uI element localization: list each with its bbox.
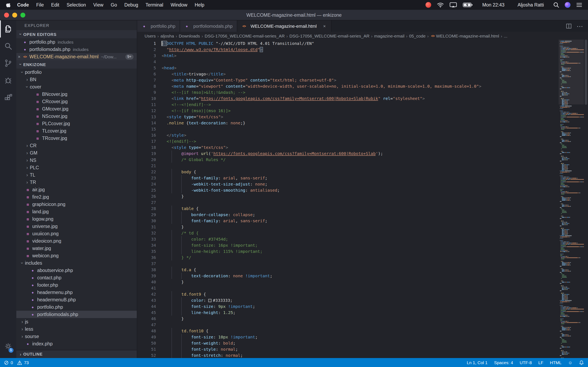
apple-menu-icon[interactable]: [6, 2, 11, 8]
tree-folder-js[interactable]: ›js: [16, 318, 137, 325]
editor-tab[interactable]: <>WELCOME-magazine-email.html×: [237, 20, 331, 32]
tree-file-headermenu.php[interactable]: ›◆headermenu.php: [16, 289, 137, 296]
tree-file-TLcover.jpg[interactable]: ›▨TLcover.jpg: [16, 127, 137, 134]
tree-file-footer.php[interactable]: ›◆footer.php: [16, 281, 137, 289]
code-editor[interactable]: 1<!DOCTYPE HTML PUBLIC "-//W3C//DTD HTML…: [137, 40, 588, 358]
tree-folder-cover[interactable]: ›cover: [16, 83, 137, 91]
breadcrumb-item[interactable]: Downloads: [179, 33, 200, 38]
open-editor-item[interactable]: ×<>WELCOME-magazine-email.html~/Dow...9+: [16, 53, 137, 60]
tree-file-NScover.jpg[interactable]: ›▨NScover.jpg: [16, 113, 137, 120]
notifications-bell-icon[interactable]: [579, 360, 584, 365]
siri-icon[interactable]: [565, 2, 571, 8]
tree-file-webicon.png[interactable]: ›▨webicon.png: [16, 252, 137, 259]
breadcrumb-item[interactable]: 05_code: [409, 33, 426, 38]
tree-file-videoicon.png[interactable]: ›▨videoicon.png: [16, 237, 137, 245]
tree-folder-PLC[interactable]: ›PLC: [16, 164, 137, 171]
tree-file-CRcover.jpg[interactable]: ›▨CRcover.jpg: [16, 98, 137, 105]
menu-item-selection[interactable]: Selection: [63, 2, 90, 7]
open-editor-item[interactable]: ◆portfoliomodals.phpincludes: [16, 46, 137, 53]
scrollbar-thumb[interactable]: [585, 40, 587, 105]
settings-gear-icon[interactable]: 1: [0, 338, 16, 355]
breadcrumb-item[interactable]: magazine-email: [374, 33, 405, 38]
tree-file-water.jpg[interactable]: ›▨water.jpg: [16, 245, 137, 252]
tree-file-GMcover.jpg[interactable]: ›▨GMcover.jpg: [16, 105, 137, 113]
menu-clock[interactable]: Mon 22:43: [479, 2, 508, 7]
tree-file-logow.png[interactable]: ›▨logow.png: [16, 215, 137, 223]
minimap-viewport[interactable]: [559, 40, 584, 104]
menu-item-debug[interactable]: Debug: [121, 2, 142, 7]
tree-folder-TR[interactable]: ›TR: [16, 179, 137, 186]
battery-charging-icon[interactable]: [463, 2, 473, 7]
close-window-button[interactable]: [4, 12, 9, 17]
tree-folder-less[interactable]: ›less: [16, 325, 137, 333]
menu-item-help[interactable]: Help: [191, 2, 208, 7]
tree-file-universe.jpg[interactable]: ›▨universe.jpg: [16, 223, 137, 230]
tree-file-portfolio.php[interactable]: ›◆portfolio.php: [16, 303, 137, 311]
tree-file-headermenuB.php[interactable]: ›◆headermenuB.php: [16, 296, 137, 303]
tree-folder-GM[interactable]: ›GM: [16, 149, 137, 157]
minimize-window-button[interactable]: [12, 12, 17, 17]
tree-folder-BN[interactable]: ›BN: [16, 76, 137, 83]
breadcrumb-item[interactable]: Users: [145, 33, 156, 38]
menu-user-name[interactable]: Aljosha Ratti: [514, 2, 548, 7]
tree-folder-portfolio[interactable]: ›portfolio: [16, 68, 137, 76]
outline-header[interactable]: › OUTLINE: [16, 350, 137, 358]
tree-folder-TL[interactable]: ›TL: [16, 171, 137, 179]
tree-file-index.php[interactable]: ›◆index.php: [16, 340, 137, 347]
debug-icon[interactable]: [0, 72, 16, 89]
search-icon[interactable]: [0, 38, 16, 55]
problems-warnings[interactable]: 73: [17, 360, 29, 365]
problems-errors[interactable]: 0: [4, 360, 13, 365]
tree-folder-sourse[interactable]: ›sourse: [16, 333, 137, 340]
tree-file-graphicicon.png[interactable]: ›▨graphicicon.png: [16, 201, 137, 208]
tree-file-BNcover.jpg[interactable]: ›▨BNcover.jpg: [16, 91, 137, 98]
menu-item-file[interactable]: File: [33, 2, 48, 7]
open-editors-header[interactable]: › OPEN EDITORS: [16, 30, 137, 38]
menu-item-terminal[interactable]: Terminal: [142, 2, 167, 7]
tree-file-uxuiicon.png[interactable]: ›▨uxuiicon.png: [16, 230, 137, 237]
explorer-icon[interactable]: [0, 20, 16, 38]
menu-item-view[interactable]: View: [90, 2, 107, 7]
indentation[interactable]: Spaces: 4: [494, 360, 513, 365]
tree-folder-includes[interactable]: ›includes: [16, 259, 137, 267]
tree-file-contact.php[interactable]: ›◆contact.php: [16, 274, 137, 281]
menu-item-edit[interactable]: Edit: [48, 2, 63, 7]
close-tab-icon[interactable]: ×: [322, 24, 327, 29]
tree-file-portfoliomodals.php[interactable]: ›◆portfoliomodals.php: [16, 311, 137, 318]
eol-sequence[interactable]: LF: [538, 360, 544, 365]
red-app-icon[interactable]: [425, 2, 431, 8]
breadcrumb-more[interactable]: ...: [504, 33, 508, 38]
menu-item-go[interactable]: Go: [107, 2, 121, 7]
extensions-icon[interactable]: [0, 89, 16, 106]
wifi-icon[interactable]: [437, 2, 444, 8]
tree-file-fire2.jpg[interactable]: ›▨fire2.jpg: [16, 193, 137, 201]
feedback-smiley-icon[interactable]: ☺: [568, 360, 572, 365]
tree-file-TRcover.jpg[interactable]: ›▨TRcover.jpg: [16, 134, 137, 142]
close-editor-icon[interactable]: ×: [16, 54, 22, 59]
workspace-root-header[interactable]: › ENKIZONE: [16, 60, 137, 68]
language-mode[interactable]: HTML: [550, 360, 562, 365]
breadcrumb-item[interactable]: DSG-17056_WELCOME-email-series_AR: [289, 33, 369, 38]
control-center-icon[interactable]: [576, 2, 582, 7]
menu-item-code[interactable]: Code: [13, 2, 33, 7]
tree-folder-NS[interactable]: ›NS: [16, 157, 137, 164]
split-editor-icon[interactable]: [566, 23, 572, 29]
zoom-window-button[interactable]: [20, 12, 25, 17]
editor-scrollbar[interactable]: [584, 40, 588, 358]
spotlight-search-icon[interactable]: [553, 2, 559, 8]
tree-file-air.jpg[interactable]: ›▨air.jpg: [16, 186, 137, 193]
more-actions-icon[interactable]: ⋯: [577, 22, 583, 30]
tree-file-aboutservice.php[interactable]: ›◆aboutservice.php: [16, 267, 137, 274]
open-editor-item[interactable]: ◆portfolio.phpincludes: [16, 38, 137, 46]
menu-item-window[interactable]: Window: [167, 2, 191, 7]
tree-file-PLCcover.jpg[interactable]: ›▨PLCcover.jpg: [16, 120, 137, 127]
breadcrumb-file[interactable]: WELCOME-magazine-email.html: [436, 33, 499, 38]
screen-mirroring-icon[interactable]: [450, 2, 457, 8]
editor-tab[interactable]: ◆portfoliomodals.php: [180, 20, 237, 32]
breadcrumb-item[interactable]: aljosha: [160, 33, 174, 38]
encoding[interactable]: UTF-8: [520, 360, 532, 365]
minimap[interactable]: [559, 40, 584, 358]
breadcrumb-item[interactable]: DSG-17056_WELCOME-email-series_AR: [205, 33, 285, 38]
source-control-icon[interactable]: [0, 55, 16, 72]
editor-tab[interactable]: ◆portfolio.php: [137, 20, 180, 32]
